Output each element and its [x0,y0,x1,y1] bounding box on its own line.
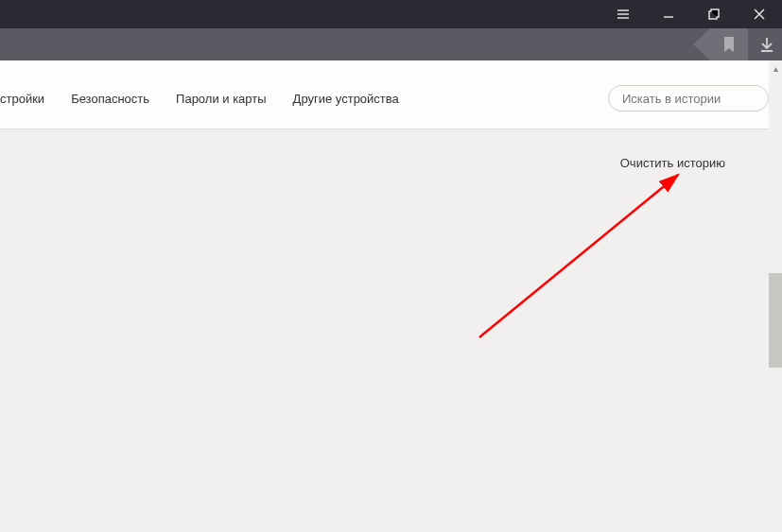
content-area: стройки Безопасность Пароли и карты Друг… [0,60,782,532]
scrollbar-up-icon[interactable]: ▴ [769,60,782,76]
scrollbar-thumb[interactable] [769,273,782,368]
window-titlebar [0,0,782,28]
history-main-area: Очистить историю [0,129,782,532]
clear-history-link[interactable]: Очистить историю [620,156,725,170]
tab-passwords[interactable]: Пароли и карты [176,92,267,106]
hamburger-icon [617,8,630,21]
menu-button[interactable] [600,0,646,28]
tab-devices[interactable]: Другие устройства [293,92,399,106]
maximize-button[interactable] [691,0,737,28]
close-icon [753,8,766,21]
tab-security[interactable]: Безопасность [71,92,149,106]
tabs-row: стройки Безопасность Пароли и карты Друг… [0,60,782,129]
scrollbar[interactable]: ▴ [769,60,782,532]
bookmark-icon [710,28,748,60]
tabs-nav: стройки Безопасность Пароли и карты Друг… [0,92,608,106]
annotation-arrow [470,167,697,347]
maximize-icon [707,8,721,21]
minimize-button[interactable] [646,0,691,28]
search-input[interactable] [608,85,769,112]
downloads-button[interactable] [759,37,774,52]
close-button[interactable] [737,0,782,28]
address-bar [0,28,782,60]
bookmark-tab[interactable] [710,28,748,60]
minimize-icon [662,8,675,21]
tab-settings[interactable]: стройки [0,92,44,106]
download-icon [759,37,774,52]
svg-line-2 [479,175,678,337]
